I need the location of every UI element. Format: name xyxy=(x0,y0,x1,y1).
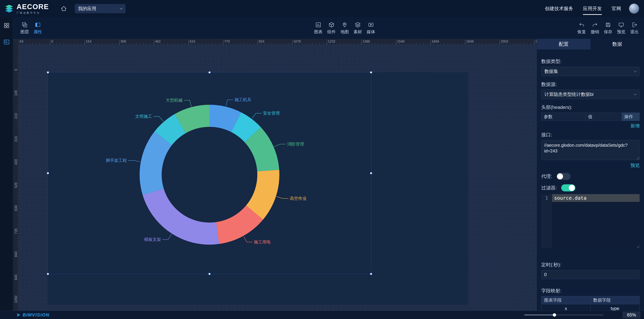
status-bar: BIMVISION 65% xyxy=(0,311,644,319)
undo-button-label: 撤销 xyxy=(591,29,599,35)
donut-label: 文明施工 xyxy=(135,114,152,119)
preview-data-link[interactable]: 预览 xyxy=(541,162,640,168)
data-type-value: 数据集 xyxy=(544,68,558,75)
chart-button-label: 图表 xyxy=(314,29,322,35)
h-ruler-label: 462 xyxy=(154,40,160,43)
nav-create-tech-service[interactable]: 创建技术服务 xyxy=(545,6,573,12)
v-ruler-label: 945 xyxy=(14,274,18,280)
left-sidebar xyxy=(0,17,13,311)
brand-text: BIMVISION xyxy=(22,312,50,318)
timer-input[interactable] xyxy=(541,270,640,279)
preview-button[interactable]: 预览 xyxy=(615,22,628,35)
mapping-cell-chart-field[interactable]: x xyxy=(542,304,590,311)
selected-widget-donut-chart[interactable]: 施工机具安全管理消防管理高空作业施工用电模板支架脚手架工程文明施工大型机械 xyxy=(48,72,371,274)
app-select-dropdown[interactable]: 我的应用 xyxy=(75,4,126,13)
exit-button[interactable]: 退出 xyxy=(628,22,641,35)
selection-handle-top-right[interactable] xyxy=(370,71,372,74)
mapping-col-data-field: 数据字段 xyxy=(590,296,640,304)
mapping-cell-data-field[interactable]: type xyxy=(590,304,640,311)
h-ruler-label: 1848 xyxy=(465,40,474,43)
data-source-select[interactable]: 计算隐患类型统计数据bi xyxy=(541,90,640,99)
code-line: 1 source.data xyxy=(541,194,640,202)
chevron-down-icon xyxy=(120,7,123,10)
media-button[interactable]: 媒体 xyxy=(364,22,378,35)
api-label: 接口: xyxy=(541,132,640,138)
donut-leader-line xyxy=(244,236,252,242)
top-nav: 创建技术服务 应用开发 官网 xyxy=(545,6,621,12)
resize-handle-icon[interactable] xyxy=(636,245,639,248)
v-ruler: 01052103154205256307358409451050 xyxy=(13,45,19,311)
donut-leader-line xyxy=(154,116,164,121)
selection-handle-top-middle[interactable] xyxy=(208,71,211,74)
exit-icon xyxy=(631,22,638,28)
h-ruler-label: 1694 xyxy=(430,40,439,43)
selection-handle-top-left[interactable] xyxy=(47,71,49,74)
properties-button[interactable]: 属性 xyxy=(31,22,44,35)
donut-segment[interactable] xyxy=(143,189,219,245)
properties-button-label: 属性 xyxy=(34,29,42,35)
nav-official-site[interactable]: 官网 xyxy=(612,6,621,12)
v-ruler-label: 840 xyxy=(14,251,18,257)
sidebar-dashboard-button[interactable] xyxy=(0,17,13,34)
home-button[interactable] xyxy=(58,3,69,14)
h-ruler-label: 1078 xyxy=(292,40,301,43)
donut-leader-line xyxy=(274,144,286,147)
save-button[interactable]: 保存 xyxy=(602,22,615,35)
layers-button-label: 图层 xyxy=(20,29,29,35)
code-line-content[interactable]: source.data xyxy=(552,194,640,202)
h-ruler-label: 154 xyxy=(85,40,92,43)
bimvision-logo-icon xyxy=(16,312,21,317)
selection-handle-bottom-left[interactable] xyxy=(47,273,49,275)
restore-button[interactable]: 恢复 xyxy=(575,22,588,35)
v-ruler-label: 0 xyxy=(14,67,18,73)
h-ruler-label: 924 xyxy=(258,40,264,43)
selection-handle-bottom-right[interactable] xyxy=(370,273,372,275)
field-mapping-label: 字段映射: xyxy=(541,288,640,294)
component-button[interactable]: 组件 xyxy=(325,22,338,35)
user-avatar[interactable] xyxy=(629,3,639,14)
config-panel: 配置 数据 数据类型: 数据集 数据源: 计算隐患类型统计数据bi 头部(hea… xyxy=(537,39,644,311)
undo-button[interactable]: 撤销 xyxy=(588,22,602,35)
screen-editor-icon xyxy=(3,39,10,45)
sidebar-screen-button[interactable] xyxy=(0,34,13,50)
nav-app-dev[interactable]: 应用开发 xyxy=(583,6,602,12)
chart-button[interactable]: 图表 xyxy=(312,22,325,35)
v-ruler-label: 420 xyxy=(14,159,18,165)
zoom-slider-knob[interactable] xyxy=(553,313,556,317)
chart-icon xyxy=(315,22,321,28)
data-type-select[interactable]: 数据集 xyxy=(541,67,640,76)
logo-title: AECORE xyxy=(16,3,49,10)
selection-handle-middle-right[interactable] xyxy=(370,172,372,174)
home-icon xyxy=(60,5,67,12)
headers-col-value: 值 xyxy=(586,113,622,121)
h-ruler-label: 770 xyxy=(223,40,230,43)
donut-leader-line xyxy=(128,161,140,162)
selection-handle-bottom-middle[interactable] xyxy=(208,273,211,275)
media-button-label: 媒体 xyxy=(367,29,375,35)
material-button[interactable]: 素材 xyxy=(351,22,364,35)
proxy-toggle[interactable] xyxy=(556,173,571,180)
v-ruler-label: 735 xyxy=(14,228,18,234)
material-button-label: 素材 xyxy=(354,29,362,35)
map-button[interactable]: 地图 xyxy=(338,22,351,35)
layers-button[interactable]: 图层 xyxy=(18,22,31,35)
filter-code-editor[interactable]: 1 source.data xyxy=(541,194,640,248)
layers-icon xyxy=(22,22,28,28)
tab-data[interactable]: 数据 xyxy=(590,39,644,50)
zoom-slider[interactable] xyxy=(524,313,604,317)
headers-table: 参数 值 操作 xyxy=(541,113,640,121)
design-canvas[interactable]: 施工机具安全管理消防管理高空作业施工用电模板支架脚手架工程文明施工大型机械 xyxy=(19,45,537,311)
v-ruler-label: 105 xyxy=(14,90,18,96)
donut-leader-line xyxy=(184,100,191,107)
chevron-down-icon xyxy=(634,92,637,95)
map-button-label: 地图 xyxy=(340,29,349,35)
add-header-link[interactable]: 新增 xyxy=(541,123,640,129)
donut-label: 高空作业 xyxy=(290,196,307,201)
data-source-label: 数据源: xyxy=(541,81,640,88)
filter-toggle[interactable] xyxy=(561,184,575,191)
toggle-knob xyxy=(569,185,575,191)
api-url-input[interactable]: //aecore.glodon.com/datavp/dataSets/gdc?… xyxy=(541,140,640,160)
map-icon xyxy=(342,22,348,28)
selection-handle-middle-left[interactable] xyxy=(47,172,49,174)
tab-config[interactable]: 配置 xyxy=(537,39,590,50)
